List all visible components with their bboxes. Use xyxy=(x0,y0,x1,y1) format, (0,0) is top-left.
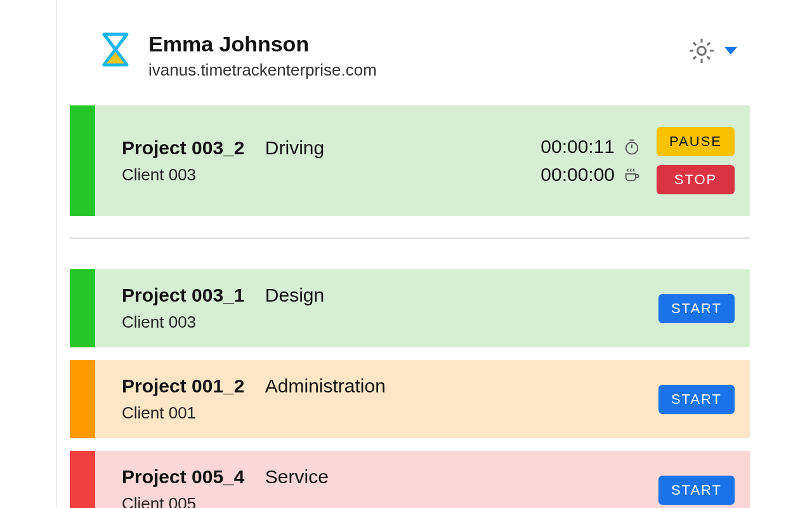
app-logo-hourglass-icon xyxy=(98,32,133,67)
start-button[interactable]: START xyxy=(658,294,735,323)
row-color-stripe xyxy=(70,360,95,438)
task-row: Project 003_1 Design Client 003 START xyxy=(70,269,750,347)
stopwatch-icon xyxy=(622,137,641,156)
client-name: Client 003 xyxy=(122,165,540,185)
settings-dropdown-chevron-icon[interactable] xyxy=(724,47,737,55)
task-name: Driving xyxy=(265,137,324,158)
window-left-border xyxy=(56,0,57,508)
task-row: Project 001_2 Administration Client 001 … xyxy=(70,360,750,438)
row-color-stripe xyxy=(70,269,95,347)
project-name: Project 003_1 xyxy=(122,284,244,305)
settings-gear-icon[interactable] xyxy=(686,36,717,66)
project-name: Project 005_4 xyxy=(122,466,244,487)
coffee-cup-icon xyxy=(622,165,641,184)
row-color-stripe xyxy=(70,105,95,216)
task-row: Project 005_4 Service Client 005 START xyxy=(70,451,750,508)
task-name: Design xyxy=(265,284,324,305)
start-button[interactable]: START xyxy=(658,476,735,505)
header: Emma Johnson ivanus.timetrackenterprise.… xyxy=(70,32,750,105)
section-divider xyxy=(70,237,750,239)
account-domain: ivanus.timetrackenterprise.com xyxy=(148,60,686,80)
task-name: Administration xyxy=(265,375,386,396)
client-name: Client 003 xyxy=(122,312,658,332)
client-name: Client 005 xyxy=(122,494,658,508)
project-name: Project 003_2 xyxy=(122,137,244,158)
user-name: Emma Johnson xyxy=(148,32,686,57)
break-timer-value: 00:00:00 xyxy=(540,164,615,185)
active-task-row: Project 003_2 Driving Client 003 00:00:1… xyxy=(70,105,750,216)
row-color-stripe xyxy=(70,451,95,508)
task-name: Service xyxy=(265,466,329,487)
stop-button[interactable]: STOP xyxy=(657,165,735,194)
svg-point-0 xyxy=(698,47,706,55)
svg-point-1 xyxy=(626,142,638,154)
client-name: Client 001 xyxy=(122,403,658,423)
work-timer-value: 00:00:11 xyxy=(540,136,615,157)
project-name: Project 001_2 xyxy=(122,375,244,396)
pause-button[interactable]: PAUSE xyxy=(657,127,735,156)
start-button[interactable]: START xyxy=(658,385,735,414)
